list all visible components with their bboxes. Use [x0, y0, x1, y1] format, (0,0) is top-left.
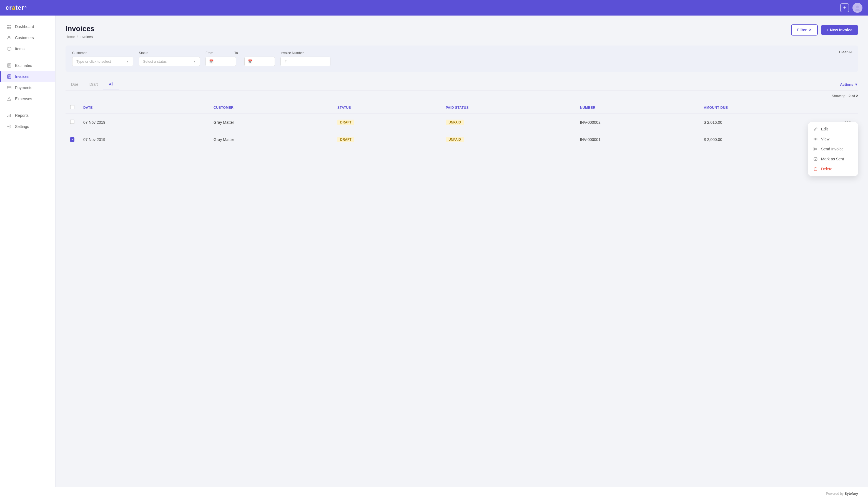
- col-customer: CUSTOMER: [209, 102, 333, 114]
- sidebar-item-customers[interactable]: Customers: [0, 32, 55, 43]
- svg-point-23: [814, 138, 817, 140]
- svg-point-0: [856, 5, 859, 8]
- invoices-table: DATE CUSTOMER STATUS PAID STATUS: [66, 102, 858, 148]
- context-menu-edit-label: Edit: [821, 127, 828, 131]
- clear-all-button[interactable]: Clear All: [839, 50, 853, 54]
- hash-icon: #: [285, 59, 287, 64]
- powered-by-text: Powered by: [826, 492, 844, 496]
- main-content: Invoices Home / Invoices Filter ✕ + New …: [56, 15, 868, 487]
- tab-due[interactable]: Due: [66, 79, 84, 90]
- sidebar-item-customers-label: Customers: [15, 35, 34, 40]
- status-filter-field: Status Select a status ▼: [139, 51, 200, 66]
- dashboard-icon: [7, 24, 12, 29]
- sidebar-item-estimates[interactable]: Estimates: [0, 60, 55, 71]
- svg-point-25: [814, 157, 817, 161]
- row2-checkbox[interactable]: [70, 137, 75, 142]
- page-header: Invoices Home / Invoices Filter ✕ + New …: [66, 24, 858, 39]
- status-filter-input[interactable]: Select a status ▼: [139, 57, 200, 66]
- check-circle-icon: [813, 157, 818, 161]
- row2-status-badge: DRAFT: [337, 137, 354, 142]
- table-row: 07 Nov 2019 Gray Matter DRAFT UNPAID INV…: [66, 131, 858, 148]
- new-invoice-label: + New Invoice: [827, 28, 853, 32]
- sidebar-item-items[interactable]: Items: [0, 43, 55, 54]
- settings-icon: [7, 124, 12, 129]
- svg-rect-2: [7, 25, 9, 26]
- sidebar-item-reports[interactable]: Reports: [0, 110, 55, 121]
- customer-filter-field: Customer Type or click to select ▼: [72, 51, 133, 66]
- col-date: DATE: [79, 102, 209, 114]
- sidebar-item-expenses[interactable]: Expenses: [0, 93, 55, 104]
- tab-draft-label: Draft: [89, 82, 98, 87]
- svg-rect-21: [10, 114, 11, 117]
- send-icon: [813, 147, 818, 151]
- col-actions: [838, 102, 858, 114]
- tab-all[interactable]: All: [103, 79, 119, 90]
- view-icon: [813, 137, 818, 141]
- header-actions: Filter ✕ + New Invoice: [791, 24, 858, 35]
- sidebar-item-settings[interactable]: Settings: [0, 121, 55, 132]
- avatar[interactable]: [853, 3, 863, 13]
- actions-chevron: ▼: [854, 82, 858, 87]
- table-row: 07 Nov 2019 Gray Matter DRAFT UNPAID INV…: [66, 114, 858, 131]
- context-menu-delete[interactable]: Delete: [808, 164, 858, 174]
- col-number: NUMBER: [576, 102, 700, 114]
- to-date-input[interactable]: 📅: [244, 57, 275, 66]
- select-all-checkbox-col: [66, 102, 79, 114]
- row1-actions-cell: ••• Edit: [838, 114, 858, 131]
- row1-customer: Gray Matter: [209, 114, 333, 131]
- col-paid-status: PAID STATUS: [441, 102, 576, 114]
- svg-point-22: [9, 126, 10, 127]
- sidebar-item-dashboard[interactable]: Dashboard: [0, 21, 55, 32]
- row2-paid-status: UNPAID: [441, 131, 576, 148]
- sidebar-item-estimates-label: Estimates: [15, 63, 32, 68]
- context-menu-send-invoice[interactable]: Send Invoice: [808, 144, 858, 154]
- new-invoice-button[interactable]: + New Invoice: [821, 25, 858, 35]
- breadcrumb: Home / Invoices: [66, 35, 94, 39]
- context-menu-edit[interactable]: Edit: [808, 124, 858, 134]
- sidebar-item-settings-label: Settings: [15, 124, 29, 129]
- invoice-number-label: Invoice Number: [280, 51, 331, 55]
- topnav-add-button[interactable]: +: [840, 3, 849, 12]
- date-range-group: From To 📅 — 📅: [205, 51, 275, 66]
- row1-status: DRAFT: [333, 114, 441, 131]
- tab-due-label: Due: [71, 82, 78, 87]
- col-status: STATUS: [333, 102, 441, 114]
- status-placeholder: Select a status: [143, 59, 167, 64]
- svg-marker-18: [8, 97, 11, 100]
- actions-dropdown-button[interactable]: Actions ▼: [840, 82, 858, 87]
- items-icon: [7, 46, 12, 51]
- showing-count: Showing: 2 of 2: [832, 94, 858, 98]
- breadcrumb-current: Invoices: [79, 35, 93, 39]
- sidebar-item-payments-label: Payments: [15, 86, 32, 90]
- tab-draft[interactable]: Draft: [84, 79, 103, 90]
- row2-checkbox-cell: [66, 131, 79, 148]
- estimates-icon: [7, 63, 12, 68]
- svg-marker-7: [7, 47, 11, 51]
- filter-bar: Clear All Customer Type or click to sele…: [66, 46, 858, 72]
- sidebar-item-payments[interactable]: Payments: [0, 82, 55, 93]
- row1-paid-status-badge: UNPAID: [446, 120, 464, 125]
- table-section: Due Draft All Actions ▼ Showing: 2 of 2: [66, 79, 858, 148]
- row2-customer: Gray Matter: [209, 131, 333, 148]
- from-date-input[interactable]: 📅: [205, 57, 236, 66]
- context-menu-mark-as-sent[interactable]: Mark as Sent: [808, 154, 858, 164]
- table-header-row: DATE CUSTOMER STATUS PAID STATUS: [66, 102, 858, 114]
- svg-rect-20: [9, 115, 9, 117]
- row1-checkbox[interactable]: [70, 120, 75, 124]
- sidebar-item-dashboard-label: Dashboard: [15, 24, 34, 29]
- invoice-number-input[interactable]: #: [280, 57, 331, 66]
- context-menu-view[interactable]: View: [808, 134, 858, 144]
- row1-number: INV-000002: [576, 114, 700, 131]
- invoices-table-container: DATE CUSTOMER STATUS PAID STATUS: [66, 102, 858, 148]
- context-menu: Edit View: [808, 122, 858, 176]
- select-all-checkbox[interactable]: [70, 105, 75, 109]
- breadcrumb-home[interactable]: Home: [66, 35, 75, 39]
- customer-filter-input[interactable]: Type or click to select ▼: [72, 57, 133, 66]
- filter-button[interactable]: Filter ✕: [791, 24, 818, 35]
- breadcrumb-separator: /: [77, 35, 78, 39]
- customer-placeholder: Type or click to select: [76, 59, 111, 64]
- filter-close-icon: ✕: [809, 28, 812, 32]
- col-amount-due: AMOUNT DUE: [700, 102, 838, 114]
- sidebar-item-invoices[interactable]: Invoices: [0, 71, 55, 82]
- main-layout: Dashboard Customers Items Estimates Inv: [0, 15, 868, 487]
